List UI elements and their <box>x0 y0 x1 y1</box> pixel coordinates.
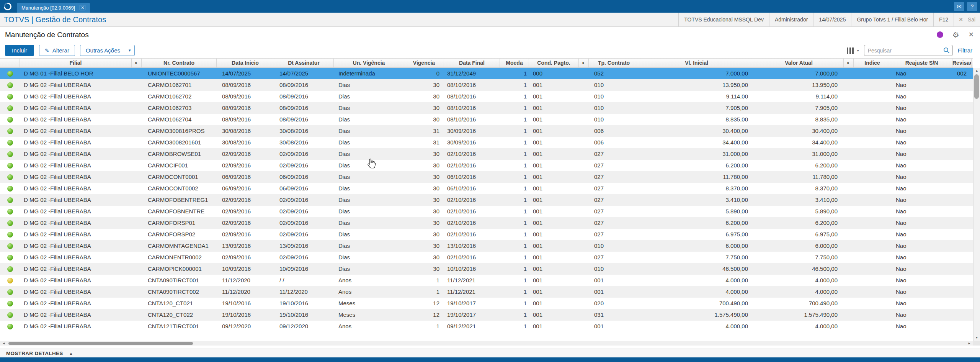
table-row[interactable]: D MG 02 -Filial UBERABACARMO106270208/09… <box>0 91 973 102</box>
cell-dt-assinatur: 02/09/2016 <box>274 252 334 263</box>
close-icon[interactable]: ✕ <box>969 31 974 38</box>
column-header-data-final[interactable]: Data Final <box>444 59 500 67</box>
outras-acoes-button[interactable]: Outras Ações ▾ <box>80 45 135 56</box>
table-row[interactable]: D MG 02 -Filial UBERABACARMO106270308/09… <box>0 102 973 114</box>
f12-shortcut[interactable]: F12 <box>933 13 954 26</box>
table-row[interactable]: D MG 02 -Filial UBERABACARMOCONT000106/0… <box>0 171 973 183</box>
column-header-tp-contrato[interactable]: Tp. Contrato <box>589 59 639 67</box>
column-group-expand-icon[interactable]: ► <box>844 59 854 67</box>
column-group-expand-icon[interactable]: ► <box>972 59 973 67</box>
scroll-down-icon[interactable]: ▼ <box>973 335 980 341</box>
cell-data-final: 08/10/2016 <box>444 91 500 102</box>
table-row[interactable]: D MG 02 -Filial UBERABACARMOFORSP0102/09… <box>0 217 973 229</box>
column-header-filial[interactable]: Filial <box>20 59 132 67</box>
table-row[interactable]: D MG 02 -Filial UBERABACARMOCIF00102/09/… <box>0 160 973 171</box>
cell-spacer <box>844 148 854 160</box>
cell-vigencia: 30 <box>404 229 444 240</box>
cell-filial: D MG 02 -Filial UBERABA <box>20 91 132 102</box>
column-header-vl-inicial[interactable]: Vl. Inicial <box>639 59 754 67</box>
cell-vl-inicial: 31.000,00 <box>639 148 754 160</box>
scrollbar-corner <box>973 341 980 346</box>
table-row[interactable]: D MG 02 -Filial UBERABACARMOFOBENTREG102… <box>0 194 973 206</box>
table-row[interactable]: D MG 02 -Filial UBERABACARMOCONT000206/0… <box>0 183 973 194</box>
search-icon[interactable] <box>943 47 950 54</box>
cell-un-vigencia: Dias <box>334 171 404 183</box>
alterar-button[interactable]: ✎ Alterar <box>39 45 75 56</box>
column-header-dt-assinatur[interactable]: Dt Assinatur <box>274 59 334 67</box>
cell-cond-pagto: 001 <box>529 183 579 194</box>
gear-icon[interactable]: ⚙ <box>952 31 959 39</box>
column-header-un-vigencia[interactable]: Un. Vigência <box>334 59 404 67</box>
table-row[interactable]: D MG 02 -Filial UBERABACARMO300816PROS30… <box>0 125 973 137</box>
scroll-left-icon[interactable]: ◄ <box>1 341 7 346</box>
column-header-cond-pagto[interactable]: Cond. Pagto. <box>529 59 579 67</box>
horizontal-scroll-thumb[interactable] <box>8 342 193 345</box>
cell-tp-contrato: 052 <box>589 68 639 79</box>
column-header-indice[interactable]: Indice <box>854 59 891 67</box>
scroll-right-icon[interactable]: ► <box>966 341 972 346</box>
cell-un-vigencia: Dias <box>334 194 404 206</box>
column-header-vigencia[interactable]: Vigencia <box>404 59 444 67</box>
column-header-moeda[interactable]: Moeda <box>500 59 529 67</box>
cell-filial: D MG 02 -Filial UBERABA <box>20 160 132 171</box>
columns-caret-icon[interactable]: ▾ <box>857 48 859 52</box>
exit-link[interactable]: Sai <box>968 13 980 26</box>
columns-config-icon[interactable] <box>847 47 854 54</box>
cell-spacer <box>844 102 854 114</box>
mostrar-detalhes-bar[interactable]: MOSTRAR DETALHES ▲ <box>0 349 980 357</box>
cell-indice <box>854 194 891 206</box>
session-close-icon[interactable]: ✕ <box>954 13 968 26</box>
cell-reajuste: Nao <box>891 252 952 263</box>
column-header-data-inicio[interactable]: Data Inicio <box>217 59 274 67</box>
cell-spacer <box>579 148 589 160</box>
table-header: Filial ► Nr. Contrato Data Inicio Dt Ass… <box>0 58 973 68</box>
column-header-reajuste[interactable]: Reajuste S/N <box>891 59 952 67</box>
assistant-icon[interactable] <box>937 31 943 38</box>
vertical-scroll-thumb[interactable] <box>974 74 979 99</box>
table-row[interactable]: D MG 02 -Filial UBERABACARMONENTR000202/… <box>0 252 973 263</box>
column-group-expand-icon[interactable]: ► <box>132 59 142 67</box>
filtrar-link[interactable]: Filtrar <box>958 47 972 54</box>
table-row[interactable]: D MG 02 -Filial UBERABACNTA121TIRCT00109… <box>0 321 973 332</box>
table-row[interactable]: D MG 01 -Filial BELO HORUNIONTEC00005671… <box>0 68 973 79</box>
cell-filial: D MG 02 -Filial UBERABA <box>20 102 132 114</box>
cell-contrato: CNTA121TIRCT001 <box>142 321 217 332</box>
vertical-scrollbar[interactable]: ▲ ▼ <box>973 68 980 341</box>
table-row[interactable]: D MG 02 -Filial UBERABACNTA090TIRCT00111… <box>0 275 973 286</box>
table-row[interactable]: D MG 02 -Filial UBERABACARMOMNTAGENDA113… <box>0 240 973 252</box>
mail-icon[interactable]: ✉ <box>954 2 964 11</box>
table-row[interactable]: D MG 02 -Filial UBERABACARMO106270108/09… <box>0 79 973 91</box>
tab-manutencao[interactable]: Manutenção [02.9.0069] ✕ <box>17 3 90 13</box>
table-row[interactable]: D MG 02 -Filial UBERABACNTA120_CT02119/1… <box>0 298 973 309</box>
table-row[interactable]: D MG 02 -Filial UBERABACNTA090TIRCT00211… <box>0 286 973 298</box>
column-header-nr-contrato[interactable]: Nr. Contrato <box>142 59 217 67</box>
cell-spacer <box>844 298 854 309</box>
table-row[interactable]: D MG 02 -Filial UBERABACARMOFORSP0202/09… <box>0 229 973 240</box>
cell-un-vigencia: Dias <box>334 79 404 91</box>
table-row[interactable]: D MG 02 -Filial UBERABACNTA120_CT02219/1… <box>0 309 973 321</box>
help-icon[interactable]: ? <box>967 2 977 11</box>
group-branch[interactable]: Grupo Totvs 1 / Filial Belo Hor <box>851 13 933 26</box>
table-row[interactable]: D MG 02 -Filial UBERABACARMOPICK00000110… <box>0 263 973 275</box>
column-header-revisao[interactable]: Revisao <box>952 59 972 67</box>
search-input[interactable] <box>864 48 943 54</box>
cell-filial: D MG 02 -Filial UBERABA <box>20 183 132 194</box>
scroll-up-icon[interactable]: ▲ <box>973 68 980 74</box>
cell-dt-assinatur: 08/09/2016 <box>274 114 334 125</box>
column-header-valor-atual[interactable]: Valor Atual <box>754 59 844 67</box>
cell-data-final: 08/10/2016 <box>444 79 500 91</box>
table-row[interactable]: D MG 02 -Filial UBERABACARMOFOBNENTRE02/… <box>0 206 973 217</box>
title-bar: Manutenção de Contratos ⚙ ✕ <box>0 27 980 43</box>
tab-close-icon[interactable]: ✕ <box>80 5 85 10</box>
table-row[interactable]: D MG 02 -Filial UBERABACARMOBROWSE0102/0… <box>0 148 973 160</box>
incluir-button[interactable]: Incluir <box>5 45 34 56</box>
column-group-expand-icon[interactable]: ► <box>579 59 589 67</box>
table-row[interactable]: D MG 02 -Filial UBERABACARMO106270408/09… <box>0 114 973 125</box>
cell-data-inicio: 08/09/2016 <box>217 102 274 114</box>
horizontal-scrollbar[interactable]: ◄ ► <box>0 341 973 346</box>
chevron-down-icon[interactable]: ▾ <box>125 45 134 56</box>
table-row[interactable]: D MG 02 -Filial UBERABACARMO300820160130… <box>0 137 973 148</box>
cell-dt-assinatur: 02/09/2016 <box>274 160 334 171</box>
cell-vl-inicial: 46.500,00 <box>639 263 754 275</box>
cell-revisao <box>952 229 972 240</box>
